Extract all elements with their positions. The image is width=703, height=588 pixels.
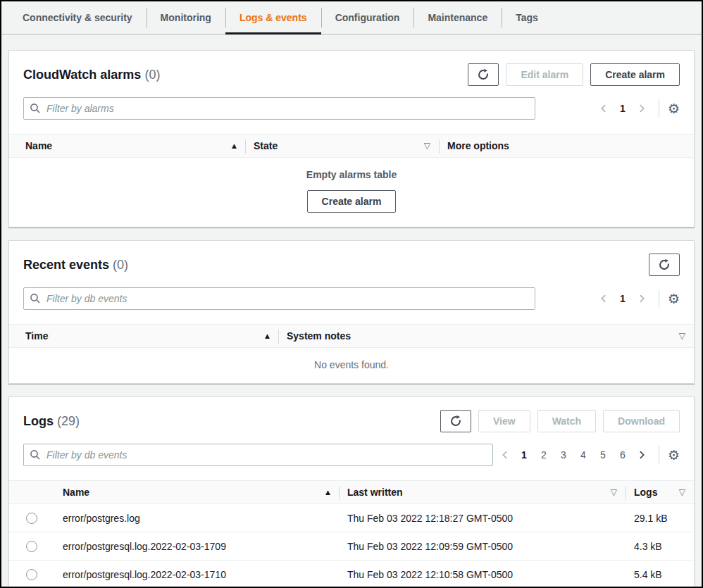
- cloudwatch-alarms-section: CloudWatch alarms (0) Edit alarm Create: [8, 50, 695, 227]
- events-filter-input[interactable]: [23, 287, 535, 310]
- column-label: Name: [25, 140, 52, 151]
- pagination-prev-button[interactable]: [497, 446, 514, 464]
- logs-refresh-button[interactable]: [440, 410, 471, 432]
- events-count: (0): [113, 258, 128, 272]
- logs-actions: View Watch Download: [440, 410, 680, 432]
- page-1-button[interactable]: 1: [614, 289, 632, 308]
- alarms-card-header: CloudWatch alarms (0) Edit alarm Create: [9, 51, 694, 96]
- column-header-time[interactable]: Time ▲: [9, 325, 278, 347]
- tab-logs-events[interactable]: Logs & events: [225, 1, 321, 34]
- pagination-next-button[interactable]: [633, 99, 650, 118]
- settings-gear-icon[interactable]: ⚙: [668, 292, 680, 306]
- logs-card-header: Logs (29) View Watch Download: [9, 397, 694, 442]
- log-row-radio[interactable]: [26, 569, 37, 580]
- log-size-cell: 29.1 kB: [626, 513, 694, 524]
- search-icon: [30, 449, 41, 461]
- page-6-button[interactable]: 6: [614, 446, 632, 464]
- pagination-next-button[interactable]: [633, 446, 650, 464]
- logs-filter-input[interactable]: [23, 444, 493, 466]
- log-row-radio[interactable]: [26, 513, 37, 524]
- pagination-prev-button[interactable]: [595, 99, 612, 118]
- alarms-filter: [23, 97, 535, 120]
- filter-icon[interactable]: ▽: [424, 141, 430, 151]
- page-4-button[interactable]: 4: [574, 446, 592, 464]
- column-header-name[interactable]: Name ▲: [54, 481, 339, 503]
- pager-divider: [659, 99, 659, 118]
- row-select-cell: [9, 541, 54, 552]
- events-refresh-button[interactable]: [649, 254, 680, 276]
- log-name-cell: error/postgres.log: [54, 513, 339, 524]
- empty-create-alarm-button[interactable]: Create alarm: [307, 190, 397, 213]
- events-toolbar: 1 ⚙: [9, 287, 694, 310]
- column-header-last-written[interactable]: Last written ▽: [339, 481, 626, 503]
- tab-tags[interactable]: Tags: [502, 1, 552, 34]
- page-1-button[interactable]: 1: [614, 99, 632, 118]
- events-table-header: Time ▲ System notes ▽: [9, 324, 694, 348]
- column-header-name[interactable]: Name ▲: [9, 135, 245, 157]
- logs-toolbar: 1 2 3 4 5 6 ⚙: [9, 444, 694, 466]
- view-button[interactable]: View: [478, 410, 530, 432]
- events-actions: [649, 254, 680, 276]
- log-last-written-cell: Thu Feb 03 2022 12:10:58 GMT-0500: [339, 569, 626, 580]
- tab-monitoring[interactable]: Monitoring: [147, 1, 225, 34]
- logs-title-text: Logs: [23, 414, 54, 428]
- row-select-cell: [9, 513, 54, 524]
- rds-logs-events-screen: Connectivity & security Monitoring Logs …: [0, 0, 703, 588]
- sort-ascending-icon: ▲: [325, 489, 330, 496]
- log-size-cell: 4.3 kB: [626, 541, 694, 552]
- search-icon: [30, 103, 41, 114]
- table-row[interactable]: error/postgresql.log.2022-02-03-1710 Thu…: [9, 561, 694, 588]
- edit-alarm-button[interactable]: Edit alarm: [506, 63, 583, 86]
- page-3-button[interactable]: 3: [554, 446, 573, 464]
- page-1-button[interactable]: 1: [515, 446, 533, 464]
- tab-maintenance[interactable]: Maintenance: [413, 1, 502, 34]
- page-5-button[interactable]: 5: [594, 446, 612, 464]
- page-2-button[interactable]: 2: [535, 446, 553, 464]
- download-button[interactable]: Download: [603, 410, 680, 432]
- column-label: Logs: [634, 487, 657, 498]
- create-alarm-button[interactable]: Create alarm: [590, 63, 680, 86]
- logs-count: (29): [57, 414, 80, 428]
- column-header-more-options[interactable]: More options: [439, 135, 694, 157]
- table-row[interactable]: error/postgres.log Thu Feb 03 2022 12:18…: [9, 504, 694, 532]
- filter-icon[interactable]: ▽: [679, 331, 685, 341]
- logs-title: Logs (29): [23, 414, 80, 429]
- log-size-cell: 5.4 kB: [626, 569, 694, 580]
- log-last-written-cell: Thu Feb 03 2022 12:18:27 GMT-0500: [339, 513, 626, 524]
- filter-icon[interactable]: ▽: [611, 487, 617, 497]
- column-header-system-notes[interactable]: System notes ▽: [278, 325, 694, 347]
- events-title-text: Recent events: [23, 258, 109, 272]
- alarms-empty-title: Empty alarms table: [9, 169, 694, 180]
- alarms-toolbar: 1 ⚙: [9, 97, 694, 120]
- column-label: System notes: [287, 330, 351, 342]
- sort-ascending-icon: ▲: [232, 142, 237, 149]
- column-header-logs[interactable]: Logs ▽: [626, 481, 694, 503]
- alarms-actions: Edit alarm Create alarm: [468, 63, 680, 86]
- tab-configuration[interactable]: Configuration: [321, 1, 414, 34]
- pagination-next-button[interactable]: [633, 289, 650, 308]
- tab-connectivity-security[interactable]: Connectivity & security: [8, 1, 147, 34]
- alarms-table-header: Name ▲ State ▽ More options: [9, 134, 694, 158]
- logs-table-header: Name ▲ Last written ▽ Logs ▽: [9, 480, 694, 504]
- column-label: Last written: [347, 487, 403, 498]
- alarms-refresh-button[interactable]: [468, 63, 499, 86]
- settings-gear-icon[interactable]: ⚙: [668, 449, 680, 462]
- pagination-prev-button[interactable]: [595, 289, 612, 308]
- search-icon: [30, 293, 41, 304]
- log-row-radio[interactable]: [26, 541, 37, 552]
- column-header-state[interactable]: State ▽: [245, 135, 439, 157]
- filter-icon[interactable]: ▽: [679, 487, 685, 497]
- alarms-empty-state: Empty alarms table Create alarm: [9, 158, 694, 227]
- alarms-title-text: CloudWatch alarms: [23, 68, 141, 82]
- table-row[interactable]: error/postgresql.log.2022-02-03-1709 Thu…: [9, 532, 694, 561]
- refresh-icon: [658, 258, 671, 271]
- alarms-count: (0): [144, 68, 160, 82]
- recent-events-section: Recent events (0): [8, 240, 695, 384]
- row-select-cell: [9, 569, 54, 580]
- alarms-filter-input[interactable]: [23, 97, 535, 120]
- column-label: Name: [63, 487, 89, 498]
- events-empty-state: No events found.: [9, 348, 694, 383]
- settings-gear-icon[interactable]: ⚙: [668, 102, 680, 115]
- refresh-icon: [477, 68, 490, 81]
- watch-button[interactable]: Watch: [537, 410, 596, 432]
